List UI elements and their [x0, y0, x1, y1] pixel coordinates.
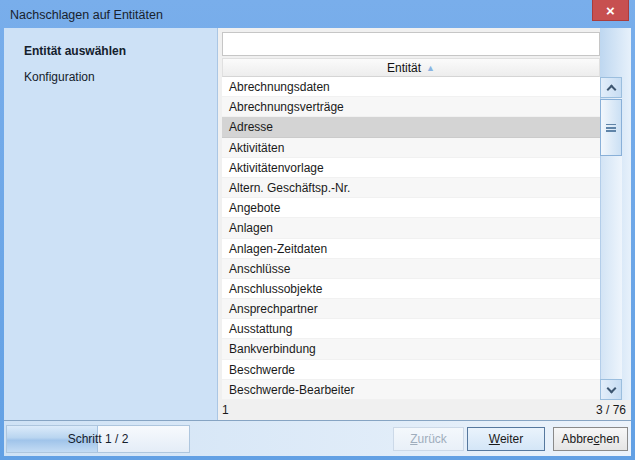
scrollbar-gutter-top: [600, 28, 631, 77]
table-row[interactable]: Beschwerde-Bearbeiter: [222, 380, 600, 400]
entity-filter-input[interactable]: [222, 32, 600, 56]
status-selected-count: 1: [222, 403, 229, 417]
table-row[interactable]: Aktivitäten: [222, 138, 600, 158]
table-row[interactable]: Bankverbindung: [222, 339, 600, 359]
next-button[interactable]: Weiter: [467, 427, 545, 451]
table-row[interactable]: Ausstattung: [222, 319, 600, 339]
entity-list-column: Entität ▲ Abrechnungsdaten Abrechnungsve…: [218, 28, 600, 400]
table-row[interactable]: Anschlussobjekte: [222, 279, 600, 299]
vertical-scrollbar[interactable]: [600, 77, 622, 400]
close-button[interactable]: ×: [592, 0, 629, 21]
scrollbar-down-button[interactable]: [600, 379, 622, 400]
table-row[interactable]: Anlagen-Zeitdaten: [222, 239, 600, 259]
dialog-window: Nachschlagen auf Entitäten × Entität aus…: [0, 0, 635, 460]
sort-ascending-icon: ▲: [426, 63, 435, 73]
column-header-label: Entität: [387, 61, 421, 75]
back-button[interactable]: Zurück: [393, 427, 464, 451]
table-row-selected[interactable]: Adresse: [222, 117, 600, 137]
footer-bar: Schritt 1 / 2 Zurück Weiter Abbrechen: [4, 420, 631, 456]
dialog-body: Entität auswählen Konfiguration Entität …: [4, 28, 631, 456]
entity-list: Abrechnungsdaten Abrechnungsverträge Adr…: [222, 77, 600, 400]
sidebar-item-konfiguration[interactable]: Konfiguration: [4, 64, 217, 90]
table-row[interactable]: Ansprechpartner: [222, 299, 600, 319]
main-panel: Entität ▲ Abrechnungsdaten Abrechnungsve…: [218, 28, 631, 420]
scrollbar-track[interactable]: [600, 98, 622, 379]
table-row[interactable]: Abrechnungsdaten: [222, 77, 600, 97]
sidebar-item-label: Entität auswählen: [24, 44, 126, 58]
column-header-entitaet[interactable]: Entität ▲: [222, 58, 600, 77]
table-row[interactable]: Anschlüsse: [222, 259, 600, 279]
table-row[interactable]: Anlagen: [222, 218, 600, 238]
sidebar-item-entitaet-auswaehlen[interactable]: Entität auswählen: [4, 38, 217, 64]
chevron-down-icon: [606, 383, 616, 393]
status-bar: 1 3 / 76: [218, 400, 631, 420]
wizard-step-progress: Schritt 1 / 2: [6, 425, 190, 453]
dialog-buttons: Zurück Weiter Abbrechen: [393, 427, 631, 451]
table-row[interactable]: Beschwerde: [222, 360, 600, 380]
scrollbar-gutter: [600, 28, 631, 400]
titlebar: Nachschlagen auf Entitäten: [4, 0, 631, 28]
close-icon: ×: [606, 2, 615, 19]
progress-label: Schritt 1 / 2: [7, 426, 189, 452]
cancel-button[interactable]: Abbrechen: [553, 427, 628, 451]
table-row[interactable]: Aktivitätenvorlage: [222, 158, 600, 178]
status-position-indicator: 3 / 76: [596, 403, 626, 417]
thumb-grip-icon: [606, 124, 616, 132]
table-row[interactable]: Abrechnungsverträge: [222, 97, 600, 117]
sidebar-item-label: Konfiguration: [24, 70, 95, 84]
wizard-step-sidebar: Entität auswählen Konfiguration: [4, 28, 218, 420]
scrollbar-up-button[interactable]: [600, 77, 622, 98]
scrollbar-thumb[interactable]: [600, 99, 622, 156]
window-title: Nachschlagen auf Entitäten: [4, 6, 163, 22]
chevron-up-icon: [606, 84, 616, 94]
table-row[interactable]: Angebote: [222, 198, 600, 218]
table-row[interactable]: Altern. Geschäftsp.-Nr.: [222, 178, 600, 198]
